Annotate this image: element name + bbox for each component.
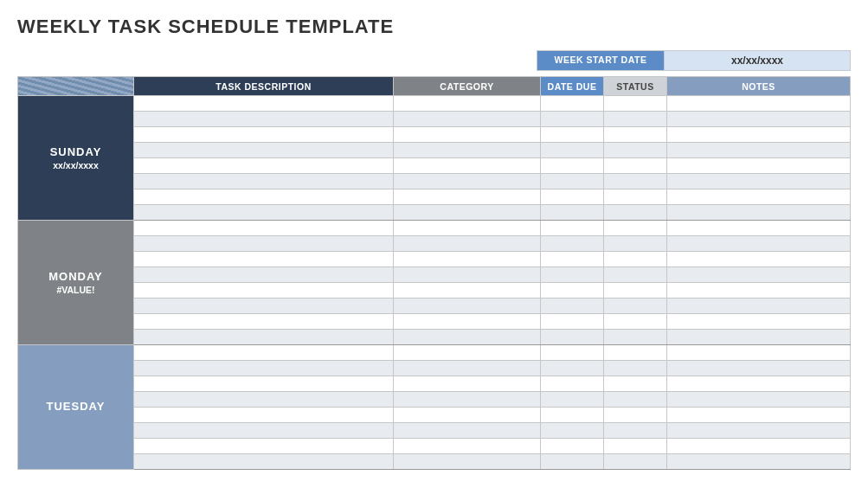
- cell-task_description[interactable]: [134, 314, 394, 330]
- cell-status[interactable]: [604, 221, 667, 236]
- cell-category[interactable]: [394, 158, 541, 174]
- cell-task_description[interactable]: [134, 143, 394, 158]
- cell-date_due[interactable]: [541, 221, 604, 236]
- cell-status[interactable]: [604, 392, 667, 408]
- cell-category[interactable]: [394, 423, 541, 439]
- cell-status[interactable]: [604, 267, 667, 283]
- cell-task_description[interactable]: [134, 112, 394, 127]
- cell-status[interactable]: [604, 423, 667, 439]
- cell-notes[interactable]: [667, 439, 851, 454]
- cell-notes[interactable]: [667, 454, 851, 470]
- cell-task_description[interactable]: [134, 299, 394, 314]
- cell-task_description[interactable]: [134, 158, 394, 174]
- cell-category[interactable]: [394, 267, 541, 283]
- cell-category[interactable]: [394, 408, 541, 423]
- cell-status[interactable]: [604, 174, 667, 189]
- cell-date_due[interactable]: [541, 267, 604, 283]
- cell-notes[interactable]: [667, 205, 851, 221]
- cell-category[interactable]: [394, 330, 541, 345]
- cell-task_description[interactable]: [134, 236, 394, 252]
- cell-category[interactable]: [394, 189, 541, 205]
- cell-notes[interactable]: [667, 314, 851, 330]
- cell-date_due[interactable]: [541, 158, 604, 174]
- cell-task_description[interactable]: [134, 330, 394, 345]
- cell-status[interactable]: [604, 189, 667, 205]
- cell-notes[interactable]: [667, 408, 851, 423]
- cell-task_description[interactable]: [134, 439, 394, 454]
- cell-notes[interactable]: [667, 174, 851, 189]
- cell-task_description[interactable]: [134, 127, 394, 143]
- cell-task_description[interactable]: [134, 205, 394, 221]
- cell-date_due[interactable]: [541, 189, 604, 205]
- cell-date_due[interactable]: [541, 96, 604, 112]
- cell-notes[interactable]: [667, 361, 851, 376]
- cell-date_due[interactable]: [541, 205, 604, 221]
- cell-category[interactable]: [394, 299, 541, 314]
- cell-task_description[interactable]: [134, 392, 394, 408]
- cell-status[interactable]: [604, 252, 667, 267]
- cell-status[interactable]: [604, 96, 667, 112]
- cell-task_description[interactable]: [134, 361, 394, 376]
- cell-status[interactable]: [604, 330, 667, 345]
- cell-category[interactable]: [394, 236, 541, 252]
- cell-date_due[interactable]: [541, 127, 604, 143]
- cell-notes[interactable]: [667, 96, 851, 112]
- cell-task_description[interactable]: [134, 345, 394, 361]
- cell-task_description[interactable]: [134, 221, 394, 236]
- cell-date_due[interactable]: [541, 252, 604, 267]
- cell-date_due[interactable]: [541, 345, 604, 361]
- cell-task_description[interactable]: [134, 376, 394, 392]
- cell-notes[interactable]: [667, 112, 851, 127]
- cell-status[interactable]: [604, 158, 667, 174]
- cell-status[interactable]: [604, 299, 667, 314]
- cell-status[interactable]: [604, 314, 667, 330]
- cell-category[interactable]: [394, 283, 541, 299]
- cell-date_due[interactable]: [541, 408, 604, 423]
- cell-category[interactable]: [394, 392, 541, 408]
- cell-category[interactable]: [394, 345, 541, 361]
- cell-status[interactable]: [604, 205, 667, 221]
- cell-category[interactable]: [394, 361, 541, 376]
- cell-notes[interactable]: [667, 236, 851, 252]
- cell-task_description[interactable]: [134, 96, 394, 112]
- cell-category[interactable]: [394, 454, 541, 470]
- cell-task_description[interactable]: [134, 252, 394, 267]
- cell-date_due[interactable]: [541, 439, 604, 454]
- cell-date_due[interactable]: [541, 454, 604, 470]
- cell-date_due[interactable]: [541, 314, 604, 330]
- cell-date_due[interactable]: [541, 283, 604, 299]
- cell-notes[interactable]: [667, 252, 851, 267]
- cell-task_description[interactable]: [134, 174, 394, 189]
- cell-category[interactable]: [394, 221, 541, 236]
- cell-date_due[interactable]: [541, 423, 604, 439]
- cell-category[interactable]: [394, 174, 541, 189]
- cell-notes[interactable]: [667, 283, 851, 299]
- cell-notes[interactable]: [667, 299, 851, 314]
- cell-category[interactable]: [394, 143, 541, 158]
- cell-date_due[interactable]: [541, 392, 604, 408]
- cell-notes[interactable]: [667, 423, 851, 439]
- cell-task_description[interactable]: [134, 454, 394, 470]
- cell-status[interactable]: [604, 439, 667, 454]
- cell-notes[interactable]: [667, 221, 851, 236]
- cell-notes[interactable]: [667, 127, 851, 143]
- cell-category[interactable]: [394, 112, 541, 127]
- cell-date_due[interactable]: [541, 143, 604, 158]
- cell-status[interactable]: [604, 361, 667, 376]
- cell-category[interactable]: [394, 205, 541, 221]
- cell-task_description[interactable]: [134, 423, 394, 439]
- cell-date_due[interactable]: [541, 376, 604, 392]
- cell-notes[interactable]: [667, 189, 851, 205]
- cell-notes[interactable]: [667, 143, 851, 158]
- cell-date_due[interactable]: [541, 330, 604, 345]
- cell-task_description[interactable]: [134, 283, 394, 299]
- cell-status[interactable]: [604, 454, 667, 470]
- cell-status[interactable]: [604, 345, 667, 361]
- cell-date_due[interactable]: [541, 112, 604, 127]
- cell-status[interactable]: [604, 376, 667, 392]
- cell-category[interactable]: [394, 252, 541, 267]
- week-start-value[interactable]: xx/xx/xxxx: [665, 50, 851, 71]
- cell-category[interactable]: [394, 314, 541, 330]
- cell-category[interactable]: [394, 376, 541, 392]
- cell-task_description[interactable]: [134, 189, 394, 205]
